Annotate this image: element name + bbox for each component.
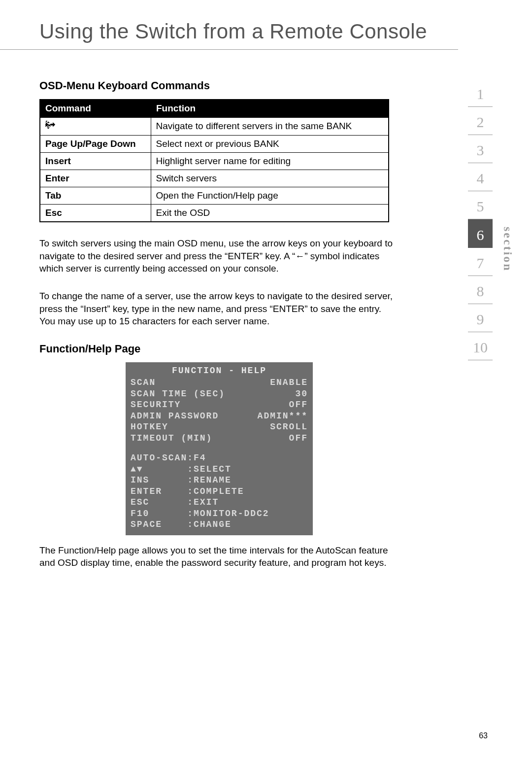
osd-help-row: F10 :MONITOR-DDC2 xyxy=(131,508,308,519)
subhead-osd-commands: OSD-Menu Keyboard Commands xyxy=(39,79,399,92)
page-title: Using the Switch from a Remote Console xyxy=(0,0,458,50)
cell-command: Esc xyxy=(40,205,151,222)
cell-command: Insert xyxy=(40,153,151,170)
col-command: Command xyxy=(40,100,151,117)
section-nav-item[interactable]: 8 xyxy=(468,276,493,304)
cell-command: Page Up/Page Down xyxy=(40,136,151,153)
osd-row: ADMIN PASSWORDADMIN*** xyxy=(131,411,308,422)
table-row: Esc Exit the OSD xyxy=(40,205,389,222)
section-nav: 1 2 3 4 5 6 7 8 9 10 xyxy=(468,79,493,360)
cell-command: Tab xyxy=(40,187,151,205)
section-nav-item[interactable]: 10 xyxy=(468,332,493,360)
osd-help-row: ESC :EXIT xyxy=(131,497,308,508)
table-row: Enter Switch servers xyxy=(40,170,389,187)
osd-row: SCANENABLE xyxy=(131,377,308,388)
page-number: 63 xyxy=(479,731,488,740)
osd-row: HOTKEYSCROLL xyxy=(131,421,308,433)
main-content: OSD-Menu Keyboard Commands Command Funct… xyxy=(0,50,399,569)
paragraph: To change the name of a server, use the … xyxy=(39,290,397,328)
svg-marker-1 xyxy=(51,122,56,127)
section-nav-item[interactable]: 5 xyxy=(468,191,493,219)
osd-help-row: SPACE :CHANGE xyxy=(131,519,308,530)
osd-screenshot: FUNCTION - HELP SCANENABLE SCAN TIME (SE… xyxy=(126,362,313,535)
section-label: section xyxy=(501,227,514,272)
paragraph: To switch servers using the main OSD men… xyxy=(39,237,397,275)
section-nav-item[interactable]: 3 xyxy=(468,135,493,163)
section-nav-item[interactable]: 9 xyxy=(468,304,493,332)
table-row: Page Up/Page Down Select next or previou… xyxy=(40,136,389,153)
section-nav-item[interactable]: 4 xyxy=(468,163,493,191)
osd-row: SCAN TIME (SEC)30 xyxy=(131,388,308,400)
section-nav-item[interactable]: 7 xyxy=(468,248,493,276)
table-row: Navigate to different servers in the sam… xyxy=(40,117,389,136)
cell-function: Select next or previous BANK xyxy=(151,136,389,153)
section-nav-item[interactable]: 1 xyxy=(468,79,493,107)
cell-function: Navigate to different servers in the sam… xyxy=(151,117,389,136)
nav-arrows-icon xyxy=(45,121,60,132)
osd-row: TIMEOUT (MIN)OFF xyxy=(131,433,308,444)
cell-function: Highlight server name for editing xyxy=(151,153,389,170)
osd-row: SECURITYOFF xyxy=(131,399,308,411)
osd-help-row: ▲▼ :SELECT xyxy=(131,464,308,475)
cell-command: Enter xyxy=(40,170,151,187)
table-row: Tab Open the Function/Help page xyxy=(40,187,389,205)
osd-commands-table: Command Function Navigate to different s… xyxy=(39,99,389,222)
cell-function: Exit the OSD xyxy=(151,205,389,222)
osd-title: FUNCTION - HELP xyxy=(131,365,308,377)
paragraph: The Function/Help page allows you to set… xyxy=(39,544,397,569)
osd-help-row: AUTO-SCAN:F4 xyxy=(131,452,308,464)
section-nav-item-active[interactable]: 6 xyxy=(468,219,493,248)
cell-function: Switch servers xyxy=(151,170,389,187)
osd-help-row: INS :RENAME xyxy=(131,475,308,486)
subhead-function-help: Function/Help Page xyxy=(39,343,399,355)
cell-function: Open the Function/Help page xyxy=(151,187,389,205)
section-nav-item[interactable]: 2 xyxy=(468,107,493,135)
osd-help-row: ENTER :COMPLETE xyxy=(131,486,308,497)
col-function: Function xyxy=(151,100,389,117)
table-row: Insert Highlight server name for editing xyxy=(40,153,389,170)
